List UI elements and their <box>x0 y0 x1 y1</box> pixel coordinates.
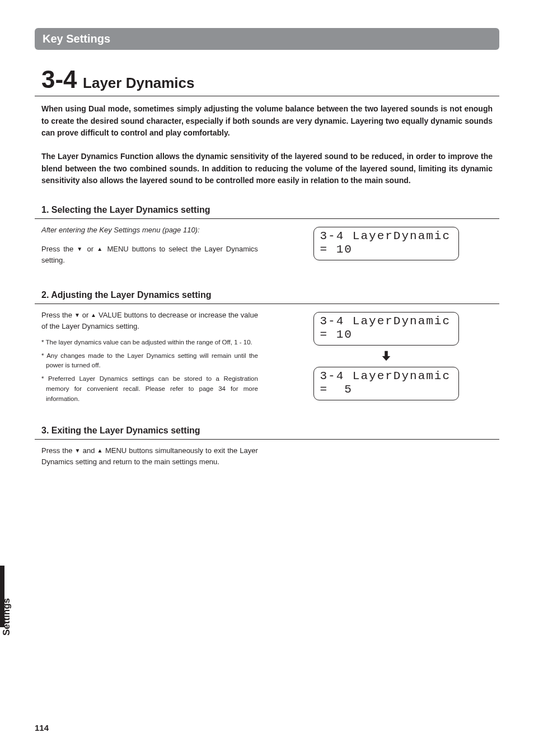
intro-paragraph-2: The Layer Dynamics Function allows the d… <box>35 151 499 187</box>
step2-body: Press the ▼ or ▲ VALUE buttons to decrea… <box>41 310 258 332</box>
title-row: 3-4 Layer Dynamics <box>35 66 499 96</box>
section-title: Layer Dynamics <box>83 74 194 91</box>
section-number: 3-4 <box>41 66 77 93</box>
step2-note-3: * Preferred Layer Dynamics settings can … <box>41 374 258 404</box>
step1-precondition: After entering the Key Settings menu (pa… <box>41 225 258 236</box>
side-tab: Settings <box>12 624 50 636</box>
step2-body-b: or <box>80 311 91 319</box>
step3-body-b: and <box>81 446 97 455</box>
step3-heading: 3. Exiting the Layer Dynamics setting <box>35 426 499 440</box>
step2-note-1: * The layer dynamics value can be adjust… <box>41 338 258 348</box>
step3-body: Press the ▼ and ▲ MENU buttons simultane… <box>41 445 258 468</box>
step1-body: Press the ▼ or ▲ MENU buttons to select … <box>41 244 258 266</box>
lcd-display-step2-after: 3-4 LayerDynamic = 5 <box>313 367 459 400</box>
step2-note-2: * Any changes made to the Layer Dynamics… <box>41 351 258 371</box>
arrow-down-icon <box>380 349 392 365</box>
up-triangle-icon: ▲ <box>97 246 104 252</box>
up-triangle-icon: ▲ <box>91 312 96 318</box>
intro-paragraph-1: When using Dual mode, sometimes simply a… <box>35 103 499 139</box>
down-triangle-icon: ▼ <box>74 447 80 454</box>
step2-body-a: Press the <box>41 311 74 319</box>
down-triangle-icon: ▼ <box>74 312 80 318</box>
up-triangle-icon: ▲ <box>97 447 103 454</box>
lcd-display-step2-before: 3-4 LayerDynamic = 10 <box>313 312 459 346</box>
step3-body-a: Press the <box>41 446 74 455</box>
page-number: 114 <box>35 723 49 732</box>
lcd-display-step1: 3-4 LayerDynamic = 10 <box>313 227 459 260</box>
down-triangle-icon: ▼ <box>77 246 83 252</box>
step1-body-b: or <box>84 245 97 253</box>
side-tab-label: Settings <box>1 598 12 636</box>
step1-heading: 1. Selecting the Layer Dynamics setting <box>35 205 499 219</box>
section-header-bar: Key Settings <box>35 28 499 50</box>
step1-body-a: Press the <box>41 245 77 253</box>
step2-heading: 2. Adjusting the Layer Dynamics setting <box>35 290 499 304</box>
